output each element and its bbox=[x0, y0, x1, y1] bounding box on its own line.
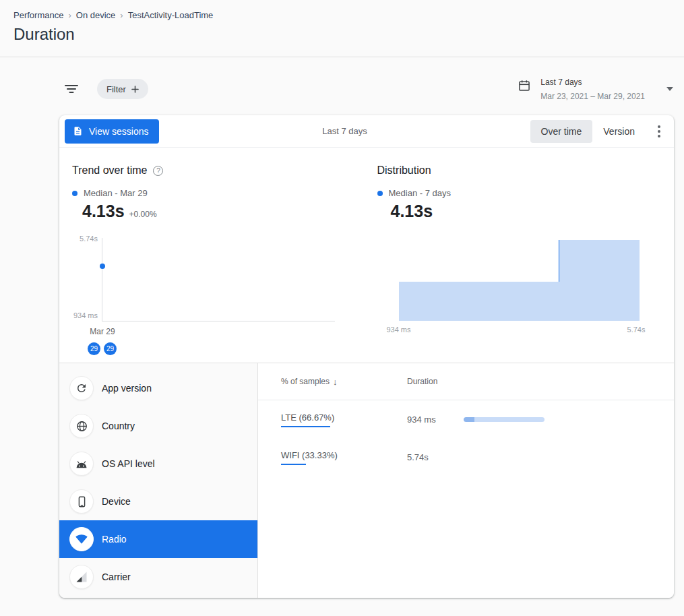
dimension-label: Device bbox=[102, 496, 131, 507]
breadcrumb-trace-name[interactable]: TestActivity-LoadTime bbox=[128, 10, 214, 20]
dimension-country[interactable]: Country bbox=[59, 407, 257, 445]
filter-list-icon[interactable] bbox=[65, 84, 78, 94]
trend-over-time-panel: Trend over time ? Median - Mar 29 4.13s … bbox=[72, 164, 367, 363]
samples-percent-track bbox=[281, 464, 355, 466]
distribution-x-axis-labels: 934 ms 5.74s bbox=[399, 326, 640, 335]
view-sessions-label: View sessions bbox=[89, 126, 148, 137]
trend-delta: +0.00% bbox=[129, 210, 157, 219]
card-toolbar: View sessions Last 7 days Over time Vers… bbox=[59, 115, 674, 148]
dimension-radio[interactable]: Radio bbox=[59, 520, 257, 558]
breadcrumb: Performance › On device › TestActivity-L… bbox=[13, 10, 671, 20]
legend-dot-icon bbox=[72, 191, 77, 196]
period-label: Last 7 days bbox=[159, 126, 530, 136]
phone-icon bbox=[69, 489, 94, 514]
sort-descending-icon: ↓ bbox=[333, 377, 338, 387]
dimension-label: App version bbox=[102, 383, 152, 394]
samples-percent-bar bbox=[281, 426, 330, 428]
breadcrumb-separator-icon: › bbox=[120, 10, 123, 20]
android-icon bbox=[69, 452, 94, 476]
distribution-x-min-label: 934 ms bbox=[386, 326, 410, 334]
overflow-menu-icon[interactable] bbox=[651, 121, 667, 142]
globe-icon bbox=[69, 414, 94, 438]
samples-percent-track bbox=[281, 426, 355, 428]
breakdown-section: App version Country OS API level Device bbox=[59, 363, 674, 598]
dimension-label: OS API level bbox=[102, 458, 155, 469]
duration-value: 934 ms bbox=[407, 414, 447, 425]
distribution-title: Distribution bbox=[377, 164, 431, 177]
date-range-value: Mar 23, 2021 – Mar 29, 2021 bbox=[540, 92, 645, 101]
dimension-label: Radio bbox=[102, 534, 127, 545]
breadcrumb-performance[interactable]: Performance bbox=[13, 10, 63, 20]
samples-header-label: % of samples bbox=[281, 377, 330, 386]
dimension-label: Country bbox=[102, 421, 135, 431]
trend-x-axis bbox=[102, 321, 335, 321]
dimension-app-version[interactable]: App version bbox=[59, 369, 257, 407]
sort-by-samples-header[interactable]: % of samples ↓ bbox=[281, 377, 407, 387]
view-toggle: Over time Version bbox=[530, 120, 646, 143]
charts-section: Trend over time ? Median - Mar 29 4.13s … bbox=[59, 148, 674, 363]
breadcrumb-separator-icon: › bbox=[68, 10, 71, 20]
trend-data-point bbox=[100, 264, 105, 269]
sessions-doc-icon bbox=[73, 126, 83, 136]
date-range-label: Last 7 days bbox=[540, 78, 645, 87]
app-version-icon bbox=[69, 376, 94, 400]
histogram-bar bbox=[399, 282, 559, 321]
duration-value: 5.74s bbox=[407, 452, 447, 462]
distribution-x-max-label: 5.74s bbox=[627, 326, 646, 334]
trend-legend-label: Median - Mar 29 bbox=[84, 188, 148, 198]
calendar-icon bbox=[518, 79, 531, 92]
trend-y-min-label: 934 ms bbox=[72, 311, 98, 319]
trend-median-value: 4.13s bbox=[82, 202, 125, 221]
trend-x-tick-label: Mar 29 bbox=[87, 327, 118, 336]
duration-header-label: Duration bbox=[407, 377, 437, 386]
view-sessions-button[interactable]: View sessions bbox=[65, 119, 159, 144]
wifi-icon bbox=[69, 527, 94, 551]
breadcrumb-on-device[interactable]: On device bbox=[76, 10, 116, 20]
distribution-legend-label: Median - 7 days bbox=[389, 188, 452, 198]
filter-chip-label: Filter bbox=[106, 84, 126, 94]
radio-type-label[interactable]: LTE (66.67%) bbox=[281, 412, 334, 423]
trend-chart: 5.74s 934 ms bbox=[72, 238, 367, 321]
dimension-list: App version Country OS API level Device bbox=[59, 363, 258, 598]
dimension-carrier[interactable]: Carrier bbox=[59, 558, 257, 596]
duration-range-bar bbox=[464, 417, 545, 422]
distribution-histogram bbox=[399, 240, 640, 321]
date-range-picker[interactable]: Last 7 days Mar 23, 2021 – Mar 29, 2021 bbox=[518, 78, 673, 101]
dimension-device[interactable]: Device bbox=[59, 483, 257, 520]
duration-card: View sessions Last 7 days Over time Vers… bbox=[59, 115, 674, 598]
trend-gridline bbox=[102, 238, 102, 321]
slider-handle-start[interactable]: 29 bbox=[88, 342, 100, 355]
tab-version[interactable]: Version bbox=[592, 120, 646, 143]
samples-table: % of samples ↓ Duration LTE (66.67%) 934… bbox=[258, 363, 674, 598]
table-row[interactable]: WIFI (33.33%) 5.74s bbox=[258, 438, 674, 476]
tab-over-time[interactable]: Over time bbox=[530, 120, 593, 143]
page-title: Duration bbox=[13, 25, 671, 44]
trend-y-max-label: 5.74s bbox=[72, 235, 98, 243]
dimension-label: Carrier bbox=[102, 572, 131, 582]
histogram-bar bbox=[559, 240, 640, 321]
table-header-row: % of samples ↓ Duration bbox=[258, 363, 674, 400]
help-icon[interactable]: ? bbox=[153, 166, 163, 176]
signal-icon bbox=[69, 565, 94, 589]
date-range-slider: 29 29 bbox=[88, 342, 367, 355]
radio-type-label[interactable]: WIFI (33.33%) bbox=[281, 450, 338, 460]
slider-handle-end[interactable]: 29 bbox=[104, 342, 117, 355]
filter-chip[interactable]: Filter bbox=[97, 79, 148, 99]
distribution-median-value: 4.13s bbox=[391, 202, 433, 221]
table-row[interactable]: LTE (66.67%) 934 ms bbox=[258, 400, 674, 438]
dimension-os-api-level[interactable]: OS API level bbox=[59, 445, 257, 483]
add-filter-icon bbox=[131, 86, 139, 93]
distribution-panel: Distribution Median - 7 days 4.13s 934 m… bbox=[367, 164, 661, 363]
samples-percent-bar bbox=[281, 464, 306, 466]
chevron-down-icon bbox=[666, 87, 673, 91]
filter-bar: Filter Last 7 days Mar 23, 2021 – Mar 29… bbox=[65, 73, 673, 104]
page-header: Performance › On device › TestActivity-L… bbox=[0, 0, 684, 57]
trend-title: Trend over time bbox=[72, 164, 147, 177]
legend-dot-icon bbox=[377, 191, 383, 196]
